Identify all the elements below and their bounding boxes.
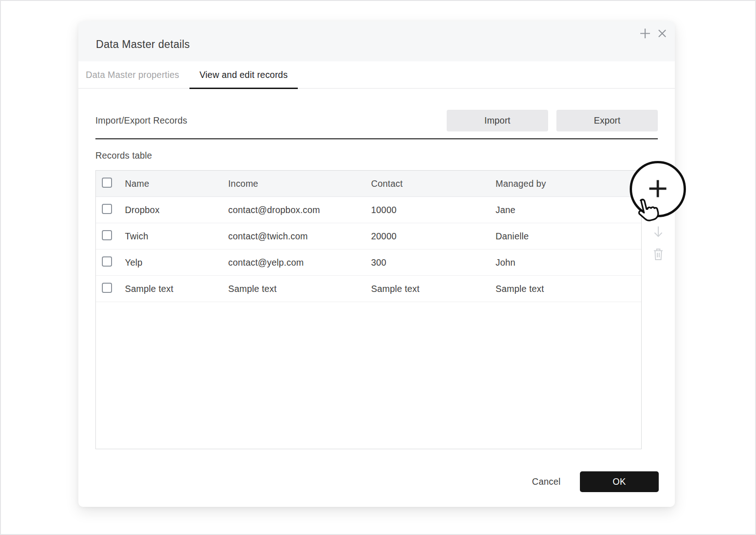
cell-managed-by[interactable]: Sample text xyxy=(496,284,641,294)
records-table-header: Name Income Contact Managed by xyxy=(96,171,641,197)
records-table: Name Income Contact Managed by Dropbox c… xyxy=(95,170,642,449)
select-all-cell xyxy=(96,178,125,190)
tab-view-and-edit-records[interactable]: View and edit records xyxy=(189,61,298,88)
tab-data-master-properties[interactable]: Data Master properties xyxy=(86,61,189,88)
cell-name[interactable]: Yelp xyxy=(125,257,228,268)
row-checkbox[interactable] xyxy=(102,256,112,267)
arrow-down-icon xyxy=(653,232,664,239)
cell-name[interactable]: Sample text xyxy=(125,284,228,294)
select-all-checkbox[interactable] xyxy=(102,178,112,188)
import-export-buttons: Import Export xyxy=(447,110,658,131)
table-row: Twich contact@twich.com 20000 Danielle xyxy=(96,223,641,250)
canvas: Data Master details Data Master properti… xyxy=(0,0,756,535)
ok-button[interactable]: OK xyxy=(580,471,659,492)
plus-icon xyxy=(639,34,651,41)
dialog-header-actions xyxy=(639,27,667,40)
records-table-label: Records table xyxy=(95,150,658,161)
row-checkbox-cell xyxy=(96,283,125,295)
row-checkbox[interactable] xyxy=(102,283,112,293)
cell-contact[interactable]: 20000 xyxy=(371,231,496,242)
dialog-content: Import/Export Records Import Export Reco… xyxy=(95,89,658,507)
cell-income[interactable]: contact@yelp.com xyxy=(228,257,371,268)
cell-contact[interactable]: Sample text xyxy=(371,284,496,294)
header-add-button[interactable] xyxy=(639,27,651,40)
column-header-income: Income xyxy=(228,178,371,189)
cell-managed-by[interactable]: Danielle xyxy=(496,231,641,242)
row-checkbox-cell xyxy=(96,230,125,243)
delete-record-button[interactable] xyxy=(653,248,664,261)
trash-icon xyxy=(653,255,664,262)
records-table-area: Name Income Contact Managed by Dropbox c… xyxy=(95,170,642,449)
cursor-hand-icon xyxy=(634,197,661,227)
cell-managed-by[interactable]: Jane xyxy=(496,205,641,215)
cell-managed-by[interactable]: John xyxy=(496,257,641,268)
cancel-button[interactable]: Cancel xyxy=(532,476,561,487)
export-button[interactable]: Export xyxy=(556,110,658,131)
close-button[interactable] xyxy=(657,29,667,38)
records-table-body: Dropbox contact@dropbox.com 10000 Jane T… xyxy=(96,197,641,302)
table-row: Dropbox contact@dropbox.com 10000 Jane xyxy=(96,197,641,223)
import-export-label: Import/Export Records xyxy=(95,115,187,126)
tab-bar: Data Master properties View and edit rec… xyxy=(78,61,675,89)
cell-income[interactable]: contact@twich.com xyxy=(228,231,371,242)
dialog-header: Data Master details xyxy=(78,21,675,61)
row-checkbox[interactable] xyxy=(102,204,112,214)
cell-income[interactable]: contact@dropbox.com xyxy=(228,205,371,215)
row-checkbox-cell xyxy=(96,204,125,216)
row-checkbox-cell xyxy=(96,256,125,269)
column-header-name: Name xyxy=(125,178,228,189)
row-checkbox[interactable] xyxy=(102,230,112,240)
column-header-managed-by: Managed by xyxy=(496,178,641,189)
cell-name[interactable]: Twich xyxy=(125,231,228,242)
section-divider xyxy=(95,138,658,139)
dialog-title: Data Master details xyxy=(96,38,190,51)
table-row: Sample text Sample text Sample text Samp… xyxy=(96,276,641,302)
dialog-footer: Cancel OK xyxy=(532,471,659,492)
cell-income[interactable]: Sample text xyxy=(228,284,371,294)
cell-contact[interactable]: 300 xyxy=(371,257,496,268)
table-row: Yelp contact@yelp.com 300 John xyxy=(96,250,641,276)
column-header-contact: Contact xyxy=(371,178,496,189)
cell-contact[interactable]: 10000 xyxy=(371,205,496,215)
data-master-details-dialog: Data Master details Data Master properti… xyxy=(78,21,675,507)
import-export-section: Import/Export Records Import Export xyxy=(95,110,658,131)
cell-name[interactable]: Dropbox xyxy=(125,205,228,215)
import-button[interactable]: Import xyxy=(447,110,548,131)
close-icon xyxy=(657,33,667,40)
